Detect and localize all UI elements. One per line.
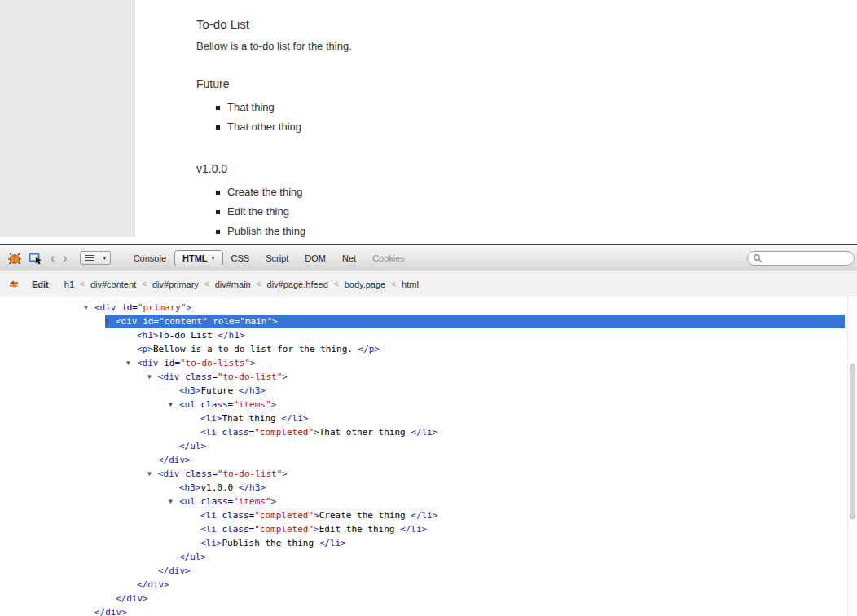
dom-tree-row[interactable]: </ul>: [0, 439, 857, 453]
tree-row-content: <h1>To-do List </h1>: [126, 328, 845, 342]
panel-list-dropdown-icon[interactable]: ▾: [99, 251, 111, 265]
scrollbar[interactable]: [847, 297, 857, 616]
token-tag: <div: [94, 301, 121, 315]
token-val: "items": [233, 398, 270, 411]
tab-css[interactable]: CSS: [223, 250, 258, 266]
dom-tree-row[interactable]: ▼<ul class="items">: [0, 495, 857, 508]
dom-tree-row[interactable]: <li class="completed">That other thing <…: [0, 425, 857, 439]
token-tag: </div>: [94, 605, 127, 616]
firebug-toolbar: ‹ › ▾ Console HTML ▾ CSS Script DOM Net …: [0, 245, 857, 271]
square-bullet-icon: [216, 125, 220, 130]
tree-row-content: <h3>v1.0.0 </h3>: [169, 481, 845, 495]
dom-tree-row[interactable]: </div>: [0, 578, 857, 592]
breadcrumb-item[interactable]: h1: [64, 279, 74, 289]
dom-tree-row[interactable]: </div>: [0, 564, 857, 578]
tree-indent: [0, 481, 169, 495]
dom-tree-row[interactable]: <h3>Future </h3>: [0, 384, 857, 398]
token-tag: </li>: [400, 522, 427, 536]
dom-tree-row[interactable]: <h3>v1.0.0 </h3>: [0, 481, 857, 495]
tab-net[interactable]: Net: [334, 250, 364, 266]
tab-script[interactable]: Script: [257, 250, 297, 266]
tree-indent: [0, 564, 147, 578]
dom-tree-row[interactable]: <p>Bellow is a to-do list for the thing.…: [0, 342, 857, 356]
square-bullet-icon: [216, 230, 220, 234]
breadcrumb-item[interactable]: div#main: [215, 279, 251, 289]
webpage-view: To-do List Bellow is a to-do list for th…: [0, 0, 857, 244]
breadcrumb-item[interactable]: div#content: [90, 279, 136, 289]
token-tag: >: [271, 398, 277, 411]
tree-indent: [0, 495, 169, 508]
firebug-icon[interactable]: [7, 252, 22, 265]
scrollbar-thumb[interactable]: [850, 364, 855, 519]
twisty-expanded-icon[interactable]: ▼: [126, 356, 137, 370]
tree-row-content: ▼<div class="to-do-list">: [147, 370, 845, 384]
dom-tree-row[interactable]: ▼<ul class="items">: [0, 398, 857, 411]
twisty-expanded-icon[interactable]: ▼: [147, 467, 158, 481]
breadcrumb-separator: <: [142, 279, 147, 288]
breadcrumb-item[interactable]: body.page: [345, 279, 386, 289]
tree-row-content: <li class="completed">Edit the thing </l…: [190, 522, 845, 536]
page-content: To-do List Bellow is a to-do list for th…: [196, 0, 718, 241]
dom-tree-row[interactable]: </div>: [0, 592, 857, 605]
token-attr: role=: [213, 315, 240, 328]
todo-item-label: That thing: [227, 98, 275, 117]
todo-list-heading: v1.0.0: [196, 162, 718, 175]
token-attr: class=: [222, 522, 255, 536]
token-val: "to-do-lists": [180, 356, 250, 370]
dom-tree-row[interactable]: <li class="completed">Edit the thing </l…: [0, 522, 857, 536]
dom-tree-row[interactable]: </div>: [0, 605, 857, 616]
tree-indent: [0, 328, 126, 342]
tree-row-content: <li class="completed">That other thing <…: [190, 425, 845, 439]
token-text: To-do List: [159, 328, 218, 342]
tab-html[interactable]: HTML ▾: [174, 250, 223, 266]
dom-tree-row[interactable]: </div>: [0, 453, 857, 467]
breadcrumb-item[interactable]: div#page.hfeed: [267, 279, 328, 289]
tree-row-content: </div>: [84, 605, 845, 616]
panel-options-icon[interactable]: [9, 279, 19, 289]
forward-icon[interactable]: ›: [63, 252, 67, 265]
panel-list-icon[interactable]: [80, 251, 99, 265]
tree-row-content: </div>: [126, 578, 845, 592]
tree-indent: [0, 301, 84, 315]
tab-dom[interactable]: DOM: [297, 250, 334, 266]
dom-tree-row[interactable]: ▼<div id="primary">: [0, 301, 857, 315]
inspect-icon[interactable]: [29, 252, 43, 265]
dom-tree-row[interactable]: <li>Publish the thing </li>: [0, 536, 857, 550]
token-attr: id=: [143, 315, 159, 328]
todo-item-label: That other thing: [227, 117, 301, 137]
search-input[interactable]: [763, 252, 847, 265]
tab-cookies[interactable]: Cookies: [364, 250, 413, 266]
dom-tree-row[interactable]: <li>That thing </li>: [0, 411, 857, 425]
tree-indent: [0, 550, 169, 564]
tab-console[interactable]: Console: [125, 250, 174, 266]
dom-tree-row[interactable]: ▼<div id="content" role="main">: [0, 315, 857, 328]
token-attr: class=: [222, 425, 255, 439]
breadcrumb-item[interactable]: div#primary: [152, 279, 199, 289]
token-val: "primary": [138, 301, 187, 315]
twisty-expanded-icon[interactable]: ▼: [84, 301, 94, 315]
dom-tree-row[interactable]: <li class="completed">Create the thing <…: [0, 508, 857, 522]
tree-row-content: <li class="completed">Create the thing <…: [190, 508, 845, 522]
dom-tree-row[interactable]: ▼<div class="to-do-list">: [0, 467, 857, 481]
tree-row-content: <p>Bellow is a to-do list for the thing.…: [126, 342, 845, 356]
dom-tree-row[interactable]: </ul>: [0, 550, 857, 564]
token-text: Edit the thing: [319, 522, 400, 536]
dom-tree-row[interactable]: ▼<div id="to-do-lists">: [0, 356, 857, 370]
dom-tree-row[interactable]: ▼<div class="to-do-list">: [0, 370, 857, 384]
tree-indent: [0, 398, 169, 411]
todo-item: Edit the thing: [216, 202, 718, 222]
edit-button[interactable]: Edit: [32, 279, 49, 289]
dom-tree-row[interactable]: <h1>To-do List </h1>: [0, 328, 857, 342]
tree-row-content: <li>That thing </li>: [190, 411, 845, 425]
todo-item: That other thing: [216, 117, 718, 137]
back-icon[interactable]: ‹: [51, 252, 55, 265]
token-tag: <h3>: [179, 481, 201, 495]
token-val: "completed": [254, 522, 314, 536]
twisty-expanded-icon[interactable]: ▼: [147, 370, 158, 384]
breadcrumb-item[interactable]: html: [402, 279, 419, 289]
twisty-expanded-icon[interactable]: ▼: [105, 315, 116, 328]
tree-indent: [0, 536, 190, 550]
token-text: Publish the thing: [222, 536, 319, 550]
twisty-expanded-icon[interactable]: ▼: [169, 398, 179, 411]
twisty-expanded-icon[interactable]: ▼: [169, 495, 179, 508]
